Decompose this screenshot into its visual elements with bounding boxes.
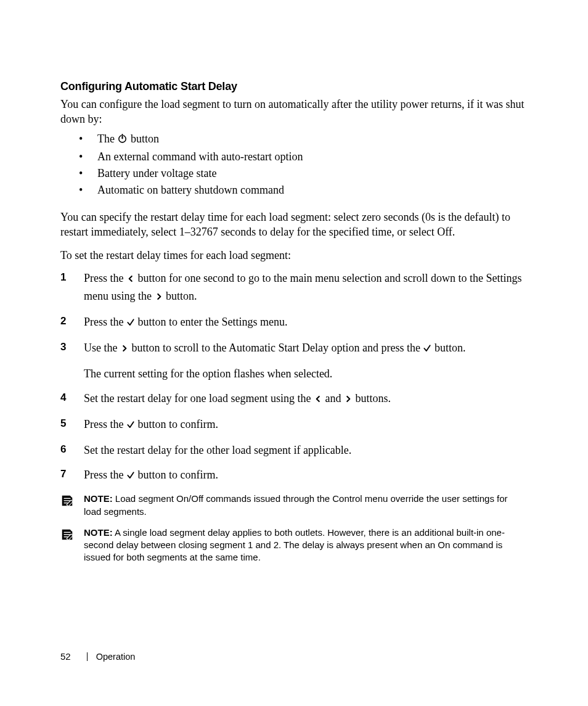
step-item: Use the button to scroll to the Automati… [60, 340, 528, 382]
footer-section: Operation [96, 652, 136, 662]
left-icon [126, 271, 135, 287]
step-item: Press the button to enter the Settings m… [60, 314, 528, 331]
step-item: Press the button for one second to go to… [60, 270, 528, 305]
right-icon [120, 341, 129, 357]
check-icon [126, 417, 135, 433]
step-item: Press the button to confirm. [60, 467, 528, 484]
step-text: Use the button to scroll to the Automati… [84, 342, 465, 354]
step-text: Press the button to enter the Settings m… [84, 316, 287, 328]
steps-list: Press the button for one second to go to… [60, 270, 528, 484]
paragraph-2: You can specify the restart delay time f… [60, 210, 528, 240]
bullet-list: The buttonAn external command with auto-… [60, 131, 528, 199]
note-icon [60, 528, 74, 541]
section-heading: Configuring Automatic Start Delay [60, 80, 528, 93]
step-text: Press the button for one second to go to… [84, 272, 521, 302]
right-icon [344, 392, 353, 408]
note-label: NOTE: [84, 527, 113, 538]
paragraph-3: To set the restart delay times for each … [60, 248, 528, 263]
bullet-prefix: The [97, 133, 117, 145]
bullet-item: Battery under voltage state [88, 165, 528, 182]
bullet-item: The button [88, 131, 528, 149]
intro-paragraph: You can configure the load segment to tu… [60, 97, 528, 127]
step-item: Set the restart delay for the other load… [60, 442, 528, 458]
check-icon [126, 468, 135, 484]
check-icon [126, 315, 135, 331]
note-icon [60, 494, 74, 507]
page-footer: 52 Operation [60, 651, 135, 662]
notes-container: NOTE: Load segment On/Off commands issue… [60, 493, 528, 564]
bullet-item: An external command with auto-restart op… [88, 149, 528, 165]
footer-divider [87, 652, 88, 661]
check-icon [423, 341, 431, 357]
note-text: NOTE: Load segment On/Off commands issue… [84, 493, 528, 518]
step-item: Press the button to confirm. [60, 416, 528, 433]
page-number: 52 [60, 651, 71, 662]
note-label: NOTE: [84, 493, 113, 504]
step-text: Set the restart delay for the other load… [84, 444, 351, 456]
step-text: Press the button to confirm. [84, 469, 218, 481]
note-text: NOTE: A single load segment delay applie… [84, 527, 528, 564]
step-item: Set the restart delay for one load segme… [60, 390, 528, 408]
step-subtext: The current setting for the option flash… [84, 366, 528, 382]
step-text: Press the button to confirm. [84, 418, 218, 430]
bullet-suffix: button [128, 133, 159, 145]
document-page: Configuring Automatic Start Delay You ca… [0, 0, 588, 706]
step-text: Set the restart delay for one load segme… [84, 392, 391, 404]
right-icon [155, 289, 163, 305]
note-block: NOTE: A single load segment delay applie… [60, 527, 528, 564]
power-icon [117, 132, 128, 149]
note-block: NOTE: Load segment On/Off commands issue… [60, 493, 528, 518]
bullet-item: Automatic on battery shutdown command [88, 182, 528, 199]
left-icon [314, 392, 322, 408]
